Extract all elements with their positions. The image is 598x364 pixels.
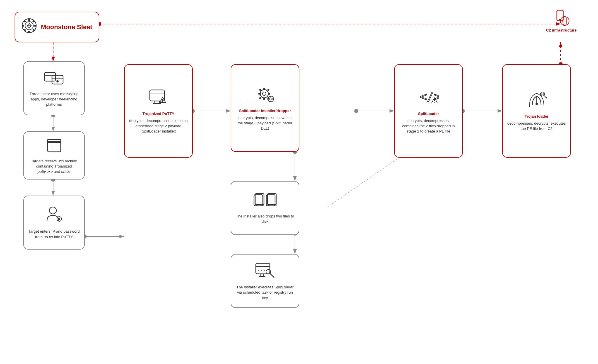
putty-label: decrypts, decompresses, executes embedde… [129, 118, 188, 134]
svg-rect-66 [263, 98, 265, 100]
svg-point-62 [162, 101, 163, 102]
splitloader-installer-icon [255, 86, 275, 105]
two-files-label: The installer also drops two files to di… [235, 214, 295, 224]
splitloader-installer-label: decrypts, decompresses, writes the stage… [235, 115, 295, 131]
moonstone-icon [22, 18, 37, 36]
svg-rect-20 [28, 31, 30, 33]
splitloader-node: </> SplitLoader decrypts, decompresses, … [394, 64, 463, 158]
splitloader-label: decrypts, decompresses, combines the 2 f… [399, 118, 458, 134]
messaging-node: Threat actor uses messaging apps, develo… [23, 61, 85, 115]
moonstone-title: Moonstone Sleet [41, 23, 92, 31]
svg-point-74 [270, 98, 272, 100]
splitloader-red-label: SplitLoader [418, 111, 439, 116]
svg-line-53 [57, 220, 58, 221]
c2-node: C2 infrastructure [546, 9, 577, 32]
svg-rect-71 [259, 97, 261, 99]
svg-point-94 [434, 102, 435, 102]
svg-rect-55 [150, 90, 164, 101]
svg-line-52 [61, 220, 61, 221]
svg-rect-24 [32, 20, 35, 22]
splitloader-installer-node: SplitLoader installer/dropper decrypts, … [231, 64, 299, 152]
target-node: Target enters IP and password from url.t… [23, 196, 85, 250]
svg-rect-42 [48, 140, 61, 142]
svg-rect-68 [268, 93, 270, 95]
svg-rect-25 [24, 29, 26, 31]
diagram-container: Moonstone Sleet C2 infrastructure [0, 0, 598, 364]
trojan-loader-red-label: Trojan loader [525, 114, 549, 119]
messaging-icon [44, 70, 64, 88]
c2-icon [552, 9, 570, 26]
svg-rect-22 [34, 25, 36, 27]
svg-marker-40 [56, 80, 59, 83]
splitloader-installer-red-label: SplitLoader installer/dropper [239, 108, 291, 114]
svg-line-54 [61, 217, 61, 217]
svg-rect-26 [32, 29, 35, 31]
moonstone-sleet-node: Moonstone Sleet [15, 12, 99, 42]
two-files-icon [253, 192, 277, 211]
svg-point-95 [536, 103, 538, 105]
putty-node: Trojanized PuTTY decrypts, decompresses,… [124, 64, 193, 158]
svg-rect-21 [22, 25, 24, 27]
svg-point-46 [58, 218, 60, 220]
svg-point-64 [263, 92, 266, 95]
svg-rect-19 [28, 19, 30, 21]
svg-rect-67 [258, 93, 261, 95]
svg-point-96 [540, 92, 545, 96]
svg-rect-23 [24, 20, 26, 22]
svg-line-51 [57, 217, 58, 217]
svg-line-14 [327, 149, 412, 207]
executes-icon: </> [255, 262, 275, 282]
svg-rect-36 [44, 72, 55, 81]
svg-rect-78 [272, 98, 274, 100]
svg-point-97 [542, 93, 543, 95]
svg-rect-76 [270, 101, 271, 102]
svg-point-44 [49, 207, 56, 214]
c2-label: C2 infrastructure [546, 28, 577, 32]
executes-label: The installer executes SplitLoader via s… [235, 285, 295, 301]
arrows-svg [0, 0, 598, 364]
trojan-loader-node: Trojan loader decompresses, decrypts, ex… [502, 64, 571, 158]
trojan-loader-label: decompresses, decrypts, executes the PE … [507, 121, 566, 131]
zip-node: Targets receive .zip archive containing … [23, 131, 85, 180]
putty-icon [149, 88, 168, 108]
svg-rect-29 [557, 10, 563, 21]
executes-node: </> The installer executes SplitLoader v… [231, 254, 299, 308]
svg-text:</>: </> [420, 90, 439, 103]
zip-icon [46, 137, 62, 156]
svg-rect-65 [263, 88, 265, 90]
svg-text:</>: </> [258, 268, 265, 273]
target-label: Target enters IP and password from url.t… [28, 229, 80, 239]
svg-rect-41 [48, 142, 61, 152]
svg-point-63 [260, 90, 268, 98]
zip-label: Targets receive .zip archive containing … [28, 159, 80, 175]
messaging-label: Threat actor uses messaging apps, develo… [28, 91, 80, 107]
target-icon [45, 206, 64, 226]
putty-red-label: Trojanized PuTTY [142, 111, 174, 116]
svg-rect-77 [267, 98, 269, 100]
splitloader-icon: </> [418, 88, 439, 108]
trojan-loader-icon [526, 91, 547, 111]
two-files-node: The installer also drops two files to di… [231, 181, 299, 235]
svg-rect-75 [270, 96, 271, 97]
